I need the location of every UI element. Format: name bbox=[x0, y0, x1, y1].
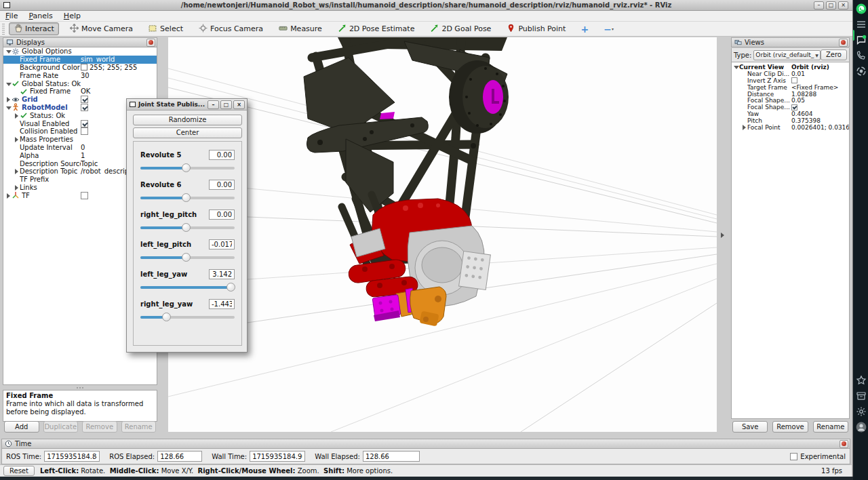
dialog-minimize-button[interactable]: – bbox=[208, 100, 219, 109]
tree-row-pitch[interactable]: Pitch0.375398 bbox=[732, 117, 849, 124]
expander-open-icon[interactable] bbox=[733, 64, 739, 70]
calls-icon[interactable] bbox=[856, 50, 867, 61]
tool-select[interactable]: Select bbox=[144, 22, 188, 35]
menu-panels[interactable]: Panels bbox=[23, 11, 58, 21]
tree-row-focal-point[interactable]: Focal Point0.0026401; 0.0316... bbox=[732, 124, 849, 131]
time-field-input[interactable] bbox=[44, 451, 100, 462]
tree-row-frame-rate[interactable]: Frame Rate30 bbox=[3, 71, 157, 79]
view-type-dropdown[interactable]: Orbit (rviz_default_ ▼ bbox=[753, 50, 821, 60]
checkbox-checked[interactable] bbox=[791, 104, 797, 111]
save-button[interactable]: Save bbox=[732, 421, 768, 433]
dialog-title-bar[interactable]: Joint State Publis... – □ × bbox=[127, 99, 247, 111]
dialog-maximize-button[interactable]: □ bbox=[220, 100, 232, 109]
slider-handle[interactable] bbox=[226, 283, 235, 292]
remove-button[interactable]: Remove bbox=[772, 421, 808, 433]
expander-open-icon[interactable] bbox=[5, 48, 12, 54]
joint-value-input[interactable] bbox=[209, 180, 235, 190]
tool-2d-goal-pose[interactable]: 2D Goal Pose bbox=[425, 22, 496, 35]
checkbox-unchecked[interactable] bbox=[791, 77, 797, 83]
3d-viewport[interactable] bbox=[168, 37, 717, 432]
views-panel-header[interactable]: Views bbox=[731, 37, 850, 47]
expander-open-icon[interactable] bbox=[5, 81, 12, 87]
panel-expand-handle[interactable] bbox=[721, 233, 724, 238]
starred-icon[interactable] bbox=[856, 375, 867, 386]
add-button[interactable]: Add bbox=[4, 421, 39, 433]
dialog-close-button[interactable]: × bbox=[233, 100, 245, 109]
expander-closed-icon[interactable] bbox=[14, 136, 20, 142]
slider-handle[interactable] bbox=[182, 223, 191, 232]
joint-value-input[interactable] bbox=[209, 299, 235, 309]
tree-row-global-status-ok[interactable]: Global Status: Ok bbox=[3, 79, 157, 87]
joint-value-input[interactable] bbox=[209, 209, 235, 220]
center-button[interactable]: Center bbox=[133, 127, 242, 138]
rename-button[interactable]: Rename bbox=[813, 421, 848, 433]
joint-value-input[interactable] bbox=[209, 239, 235, 249]
tree-row-target-frame[interactable]: Target Frame<Fixed Frame> bbox=[732, 84, 849, 91]
chats-icon[interactable] bbox=[856, 35, 867, 45]
expander-open-icon[interactable] bbox=[5, 104, 12, 111]
tree-row-current-view[interactable]: Current ViewOrbit (rviz) bbox=[732, 64, 849, 71]
tree-row-invert-z-axis[interactable]: Invert Z Axis bbox=[732, 77, 849, 84]
time-close-button[interactable] bbox=[840, 440, 848, 448]
tree-row-distance[interactable]: Distance1.08288 bbox=[732, 91, 849, 98]
tool-2d-pose-estimate[interactable]: 2D Pose Estimate bbox=[333, 22, 420, 35]
tool-focus-camera[interactable]: Focus Camera bbox=[194, 22, 268, 35]
color-swatch[interactable] bbox=[81, 64, 87, 71]
tree-row-near-clip-di[interactable]: Near Clip Di...0.01 bbox=[732, 71, 849, 77]
maximize-button[interactable]: □ bbox=[826, 1, 836, 9]
expander-closed-icon[interactable] bbox=[14, 113, 20, 119]
expander-closed-icon[interactable] bbox=[5, 96, 12, 102]
tool-move-camera[interactable]: Move Camera bbox=[65, 22, 138, 35]
tree-row-fixed-frame[interactable]: Fixed Framesim_world bbox=[3, 56, 157, 64]
joint-value-input[interactable] bbox=[209, 150, 235, 160]
menu-file[interactable]: File bbox=[0, 11, 23, 21]
displays-close-button[interactable] bbox=[146, 39, 155, 47]
menu-icon[interactable] bbox=[856, 19, 867, 30]
tool-interact[interactable]: Interact bbox=[9, 22, 59, 35]
tool-measure[interactable]: Measure bbox=[274, 22, 327, 35]
tool-publish-point[interactable]: Publish Point bbox=[502, 22, 570, 35]
checkbox-checked[interactable] bbox=[81, 104, 88, 111]
checkbox-unchecked[interactable] bbox=[81, 127, 88, 135]
slider-handle[interactable] bbox=[182, 253, 191, 262]
add-tool-button[interactable]: + bbox=[576, 24, 593, 35]
slider-handle[interactable] bbox=[182, 163, 191, 172]
whatsapp-icon[interactable] bbox=[856, 3, 867, 14]
time-field-input[interactable] bbox=[250, 451, 305, 462]
checkbox-unchecked[interactable] bbox=[81, 192, 88, 199]
time-field-input[interactable] bbox=[157, 451, 202, 462]
tree-row-fixed-frame[interactable]: Fixed FrameOK bbox=[3, 87, 157, 96]
tree-row-yaw[interactable]: Yaw0.4604 bbox=[732, 111, 849, 117]
checkbox-checked[interactable] bbox=[81, 96, 88, 103]
slider-handle[interactable] bbox=[182, 193, 191, 202]
minimize-button[interactable]: – bbox=[814, 1, 824, 9]
reset-button[interactable]: Reset bbox=[3, 466, 35, 476]
tree-row-focal-shape[interactable]: Focal Shape...0.05 bbox=[732, 97, 849, 104]
toolbar-drag-handle[interactable] bbox=[2, 24, 5, 35]
randomize-button[interactable]: Randomize bbox=[133, 115, 242, 125]
close-button[interactable]: × bbox=[838, 1, 848, 9]
slider-handle[interactable] bbox=[162, 313, 171, 321]
status-icon[interactable] bbox=[856, 66, 867, 77]
remove-tool-button[interactable]: −▾ bbox=[599, 24, 618, 35]
experimental-checkbox[interactable] bbox=[790, 453, 797, 460]
checkbox-checked[interactable] bbox=[81, 120, 88, 127]
time-panel-header[interactable]: Time bbox=[1, 439, 850, 449]
expander-closed-icon[interactable] bbox=[14, 184, 20, 191]
expander-closed-icon[interactable] bbox=[741, 124, 747, 130]
views-close-button[interactable] bbox=[839, 39, 848, 47]
tree-row-focal-shape[interactable]: Focal Shape... bbox=[732, 104, 849, 111]
displays-splitter-handle[interactable] bbox=[3, 386, 157, 389]
profile-avatar[interactable] bbox=[856, 422, 867, 433]
time-field-input[interactable] bbox=[363, 451, 420, 462]
tree-row-global-options[interactable]: Global Options bbox=[3, 47, 157, 56]
expander-closed-icon[interactable] bbox=[5, 193, 12, 199]
zero-button[interactable]: Zero bbox=[821, 49, 847, 60]
expander-closed-icon[interactable] bbox=[14, 168, 20, 174]
settings-icon[interactable] bbox=[856, 406, 867, 417]
tree-row-background-color[interactable]: Background Color255; 255; 255 bbox=[3, 64, 157, 72]
displays-panel-header[interactable]: Displays bbox=[3, 37, 157, 47]
archived-icon[interactable] bbox=[856, 391, 867, 401]
joint-value-input[interactable] bbox=[209, 269, 235, 279]
menu-help[interactable]: Help bbox=[58, 11, 86, 21]
